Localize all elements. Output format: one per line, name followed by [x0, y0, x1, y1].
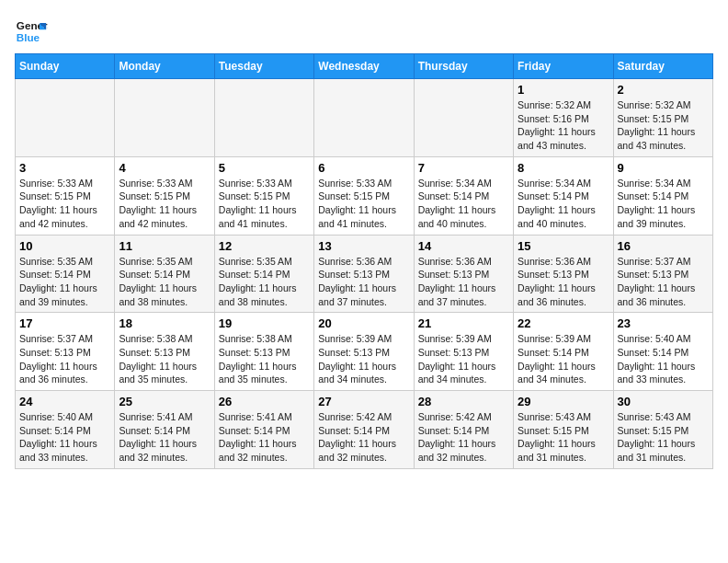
day-cell: 7Sunrise: 5:34 AM Sunset: 5:14 PM Daylig…	[414, 156, 513, 235]
day-info: Sunrise: 5:35 AM Sunset: 5:14 PM Dayligh…	[19, 255, 110, 309]
day-cell: 6Sunrise: 5:33 AM Sunset: 5:15 PM Daylig…	[314, 156, 414, 235]
day-info: Sunrise: 5:37 AM Sunset: 5:13 PM Dayligh…	[19, 332, 110, 386]
day-cell: 5Sunrise: 5:33 AM Sunset: 5:15 PM Daylig…	[214, 156, 313, 235]
header-sunday: Sunday	[16, 54, 115, 79]
day-cell: 14Sunrise: 5:36 AM Sunset: 5:13 PM Dayli…	[414, 235, 513, 313]
day-number: 12	[219, 239, 310, 253]
day-number: 30	[618, 395, 709, 408]
day-info: Sunrise: 5:35 AM Sunset: 5:14 PM Dayligh…	[119, 255, 210, 309]
day-number: 6	[318, 161, 409, 175]
day-info: Sunrise: 5:39 AM Sunset: 5:13 PM Dayligh…	[418, 332, 509, 386]
day-cell: 18Sunrise: 5:38 AM Sunset: 5:13 PM Dayli…	[115, 313, 214, 391]
day-cell	[16, 79, 115, 157]
day-cell: 1Sunrise: 5:32 AM Sunset: 5:16 PM Daylig…	[514, 79, 613, 157]
day-cell: 20Sunrise: 5:39 AM Sunset: 5:13 PM Dayli…	[314, 313, 414, 391]
day-info: Sunrise: 5:43 AM Sunset: 5:15 PM Dayligh…	[518, 410, 609, 465]
header-saturday: Saturday	[613, 54, 712, 79]
day-number: 1	[518, 83, 609, 97]
day-cell: 30Sunrise: 5:43 AM Sunset: 5:15 PM Dayli…	[613, 391, 712, 469]
day-cell: 3Sunrise: 5:33 AM Sunset: 5:15 PM Daylig…	[16, 156, 115, 235]
day-info: Sunrise: 5:40 AM Sunset: 5:14 PM Dayligh…	[19, 410, 110, 465]
day-info: Sunrise: 5:32 AM Sunset: 5:16 PM Dayligh…	[518, 98, 609, 153]
day-cell: 10Sunrise: 5:35 AM Sunset: 5:14 PM Dayli…	[16, 235, 115, 313]
day-info: Sunrise: 5:36 AM Sunset: 5:13 PM Dayligh…	[518, 255, 609, 309]
day-cell: 19Sunrise: 5:38 AM Sunset: 5:13 PM Dayli…	[214, 313, 313, 391]
day-number: 7	[418, 161, 509, 175]
day-info: Sunrise: 5:40 AM Sunset: 5:14 PM Dayligh…	[618, 332, 709, 386]
logo: General Blue	[15, 15, 51, 48]
header-friday: Friday	[514, 54, 613, 79]
day-number: 11	[119, 239, 210, 253]
day-info: Sunrise: 5:38 AM Sunset: 5:13 PM Dayligh…	[119, 332, 210, 386]
calendar-header: SundayMondayTuesdayWednesdayThursdayFrid…	[16, 54, 713, 79]
day-number: 4	[119, 161, 210, 175]
day-cell: 25Sunrise: 5:41 AM Sunset: 5:14 PM Dayli…	[115, 391, 214, 469]
day-cell: 15Sunrise: 5:36 AM Sunset: 5:13 PM Dayli…	[514, 235, 613, 313]
day-info: Sunrise: 5:33 AM Sunset: 5:15 PM Dayligh…	[219, 177, 310, 231]
day-number: 16	[618, 239, 709, 253]
day-number: 21	[418, 316, 509, 330]
day-info: Sunrise: 5:39 AM Sunset: 5:14 PM Dayligh…	[518, 332, 609, 386]
day-info: Sunrise: 5:36 AM Sunset: 5:13 PM Dayligh…	[418, 255, 509, 309]
day-number: 9	[618, 161, 709, 175]
day-cell: 8Sunrise: 5:34 AM Sunset: 5:14 PM Daylig…	[514, 156, 613, 235]
day-cell	[214, 79, 313, 157]
day-info: Sunrise: 5:34 AM Sunset: 5:14 PM Dayligh…	[518, 177, 609, 231]
day-info: Sunrise: 5:41 AM Sunset: 5:14 PM Dayligh…	[219, 410, 310, 465]
day-number: 27	[318, 395, 409, 408]
day-number: 28	[418, 395, 509, 408]
week-row-5: 24Sunrise: 5:40 AM Sunset: 5:14 PM Dayli…	[16, 391, 713, 469]
logo-icon: General Blue	[15, 15, 48, 48]
day-number: 13	[318, 239, 409, 253]
day-number: 22	[518, 316, 609, 330]
day-info: Sunrise: 5:33 AM Sunset: 5:15 PM Dayligh…	[119, 177, 210, 231]
day-info: Sunrise: 5:32 AM Sunset: 5:15 PM Dayligh…	[618, 98, 709, 153]
header-monday: Monday	[115, 54, 214, 79]
day-cell	[414, 79, 513, 157]
day-cell	[115, 79, 214, 157]
day-number: 14	[418, 239, 509, 253]
day-info: Sunrise: 5:35 AM Sunset: 5:14 PM Dayligh…	[219, 255, 310, 309]
week-row-3: 10Sunrise: 5:35 AM Sunset: 5:14 PM Dayli…	[16, 235, 713, 313]
day-cell: 28Sunrise: 5:42 AM Sunset: 5:14 PM Dayli…	[414, 391, 513, 469]
day-number: 8	[518, 161, 609, 175]
day-cell: 22Sunrise: 5:39 AM Sunset: 5:14 PM Dayli…	[514, 313, 613, 391]
day-info: Sunrise: 5:43 AM Sunset: 5:15 PM Dayligh…	[618, 410, 709, 465]
day-cell: 9Sunrise: 5:34 AM Sunset: 5:14 PM Daylig…	[613, 156, 712, 235]
day-number: 17	[19, 316, 110, 330]
day-cell: 26Sunrise: 5:41 AM Sunset: 5:14 PM Dayli…	[214, 391, 313, 469]
day-info: Sunrise: 5:38 AM Sunset: 5:13 PM Dayligh…	[219, 332, 310, 386]
day-number: 3	[19, 161, 110, 175]
day-number: 10	[19, 239, 110, 253]
week-row-1: 1Sunrise: 5:32 AM Sunset: 5:16 PM Daylig…	[16, 79, 713, 157]
day-info: Sunrise: 5:36 AM Sunset: 5:13 PM Dayligh…	[318, 255, 409, 309]
day-info: Sunrise: 5:34 AM Sunset: 5:14 PM Dayligh…	[618, 177, 709, 231]
day-info: Sunrise: 5:39 AM Sunset: 5:13 PM Dayligh…	[318, 332, 409, 386]
day-cell: 29Sunrise: 5:43 AM Sunset: 5:15 PM Dayli…	[514, 391, 613, 469]
day-info: Sunrise: 5:41 AM Sunset: 5:14 PM Dayligh…	[119, 410, 210, 465]
day-cell: 16Sunrise: 5:37 AM Sunset: 5:13 PM Dayli…	[613, 235, 712, 313]
header-thursday: Thursday	[414, 54, 513, 79]
day-cell: 11Sunrise: 5:35 AM Sunset: 5:14 PM Dayli…	[115, 235, 214, 313]
calendar-body: 1Sunrise: 5:32 AM Sunset: 5:16 PM Daylig…	[16, 79, 713, 469]
day-info: Sunrise: 5:34 AM Sunset: 5:14 PM Dayligh…	[418, 177, 509, 231]
day-number: 15	[518, 239, 609, 253]
day-number: 19	[219, 316, 310, 330]
week-row-4: 17Sunrise: 5:37 AM Sunset: 5:13 PM Dayli…	[16, 313, 713, 391]
header-tuesday: Tuesday	[214, 54, 313, 79]
day-info: Sunrise: 5:42 AM Sunset: 5:14 PM Dayligh…	[318, 410, 409, 465]
day-number: 29	[518, 395, 609, 408]
day-cell: 17Sunrise: 5:37 AM Sunset: 5:13 PM Dayli…	[16, 313, 115, 391]
day-info: Sunrise: 5:33 AM Sunset: 5:15 PM Dayligh…	[19, 177, 110, 231]
day-number: 20	[318, 316, 409, 330]
day-info: Sunrise: 5:33 AM Sunset: 5:15 PM Dayligh…	[318, 177, 409, 231]
day-cell: 21Sunrise: 5:39 AM Sunset: 5:13 PM Dayli…	[414, 313, 513, 391]
day-number: 26	[219, 395, 310, 408]
day-cell: 4Sunrise: 5:33 AM Sunset: 5:15 PM Daylig…	[115, 156, 214, 235]
day-number: 18	[119, 316, 210, 330]
day-cell: 12Sunrise: 5:35 AM Sunset: 5:14 PM Dayli…	[214, 235, 313, 313]
day-number: 5	[219, 161, 310, 175]
day-number: 23	[618, 316, 709, 330]
day-cell: 23Sunrise: 5:40 AM Sunset: 5:14 PM Dayli…	[613, 313, 712, 391]
header-wednesday: Wednesday	[314, 54, 414, 79]
